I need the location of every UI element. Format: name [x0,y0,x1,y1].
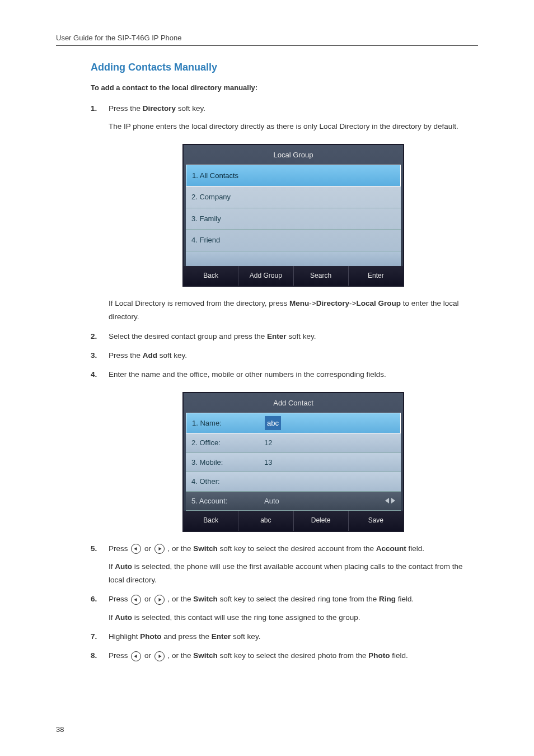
form-label: 3. Mobile: [191,456,253,469]
softkey-abc[interactable]: abc [238,511,293,531]
form-label: 5. Account: [191,494,253,507]
text: or [142,651,153,660]
softkey-save[interactable]: Save [349,511,403,531]
text: Highlight [109,632,140,641]
step-5: Press or , or the Switch soft key to sel… [91,542,478,587]
form-row-mobile[interactable]: 3. Mobile: 13 [186,453,401,472]
text: field. [390,651,407,660]
text: soft key. [176,104,205,113]
text: soft key. [231,632,260,641]
bold: Enter [212,632,231,641]
bold: Add [143,351,157,360]
step-3: Press the Add soft key. [91,349,478,362]
text: If [109,562,115,571]
text: is selected, this contact will use the r… [132,613,360,622]
bold: Local Group [356,299,401,307]
nav-left-icon [131,544,141,554]
bold: Menu [289,299,309,307]
nav-left-icon [131,651,141,661]
form-label: 4. Other: [191,475,253,488]
form-value[interactable]: 12 [253,436,395,449]
step-7: Highlight Photo and press the Enter soft… [91,630,478,643]
softkey-enter[interactable]: Enter [349,266,403,286]
bold: Auto [115,613,132,622]
text: Press the [109,351,143,360]
bold: Auto [115,562,132,571]
nav-left-icon [131,595,141,605]
step-4: Enter the name and the office, mobile or… [91,368,478,531]
text: is selected, the phone will use the firs… [109,562,463,584]
softkey-search[interactable]: Search [294,266,349,286]
bold: Directory [316,299,349,307]
arrow-left-icon[interactable] [385,498,389,503]
step-6-para: If Auto is selected, this contact will u… [109,611,478,624]
phone-screen-local-group: Local Group 1. All Contacts 2. Company 3… [182,144,404,287]
section-subhead: To add a contact to the local directory … [91,83,478,92]
list-item[interactable]: 2. Company [186,186,401,208]
text: , or the [166,651,194,660]
text: soft key to select the desired account f… [218,544,376,553]
list-item[interactable]: 1. All Contacts [186,165,401,186]
bold: Switch [193,595,218,603]
list-item[interactable]: 4. Friend [186,230,401,251]
softkey-bar: Back Add Group Search Enter [184,266,403,286]
section-title: Adding Contacts Manually [91,62,478,73]
softkey-back[interactable]: Back [184,511,238,531]
text: Press [109,651,130,660]
bold: Enter [267,332,287,340]
text: , or the [166,595,194,603]
form-row-account[interactable]: 5. Account: Auto [186,492,401,511]
text: Press [109,544,130,553]
screen-list: 1. All Contacts 2. Company 3. Family 4. … [186,165,401,266]
nav-right-icon [154,595,165,605]
text: soft key to select the desired ring tone… [218,595,379,603]
form-row-name[interactable]: 1. Name: abc [186,413,401,433]
text: Press the [109,104,143,113]
step-1-para2: If Local Directory is removed from the d… [109,297,478,324]
form-label: 1. Name: [192,417,254,430]
text: If Local Directory is removed from the d… [109,299,289,307]
nav-right-icon [154,651,165,661]
screen-title: Add Contact [184,393,403,413]
softkey-bar: Back abc Delete Save [184,511,403,531]
text: , or the [166,544,194,553]
bold: Ring [379,595,396,603]
bold: Directory [143,104,176,113]
text: and press the [162,632,212,641]
form-label: 2. Office: [191,436,253,449]
page-number: 38 [56,725,64,734]
softkey-add-group[interactable]: Add Group [238,266,293,286]
step-1: Press the Directory soft key. The IP pho… [91,102,478,324]
text: soft key. [157,351,187,360]
bold: Photo [140,632,161,641]
bold: Account [376,544,406,553]
step-5-para: If Auto is selected, the phone will use … [109,560,478,587]
list-empty-row [186,251,401,266]
softkey-back[interactable]: Back [184,266,238,286]
text: -> [349,299,356,307]
softkey-delete[interactable]: Delete [294,511,349,531]
form-value[interactable]: abc [265,416,281,430]
step-8: Press or , or the Switch soft key to sel… [91,649,478,662]
step-1-para: The IP phone enters the local directory … [109,120,478,133]
arrow-right-icon[interactable] [391,498,395,503]
text: field. [396,595,414,603]
text: soft key to select the desired photo fro… [218,651,368,660]
list-item[interactable]: 3. Family [186,208,401,230]
text: Enter the name and the office, mobile or… [109,370,386,379]
form-row-office[interactable]: 2. Office: 12 [186,433,401,452]
text: soft key. [286,332,316,340]
text: or [142,544,153,553]
bold: Switch [193,651,218,660]
bold: Photo [368,651,390,660]
step-2: Select the desired contact group and pre… [91,330,478,343]
form-value[interactable]: 13 [253,456,395,469]
text: Select the desired contact group and pre… [109,332,267,340]
form-row-other[interactable]: 4. Other: [186,472,401,491]
screen-title: Local Group [184,145,403,165]
text: If [109,613,115,622]
screen-form: 1. Name: abc 2. Office: 12 3. Mobile: 13… [186,413,401,511]
text: field. [406,544,424,553]
switch-arrows[interactable] [385,498,395,503]
form-value[interactable]: Auto [253,494,385,507]
